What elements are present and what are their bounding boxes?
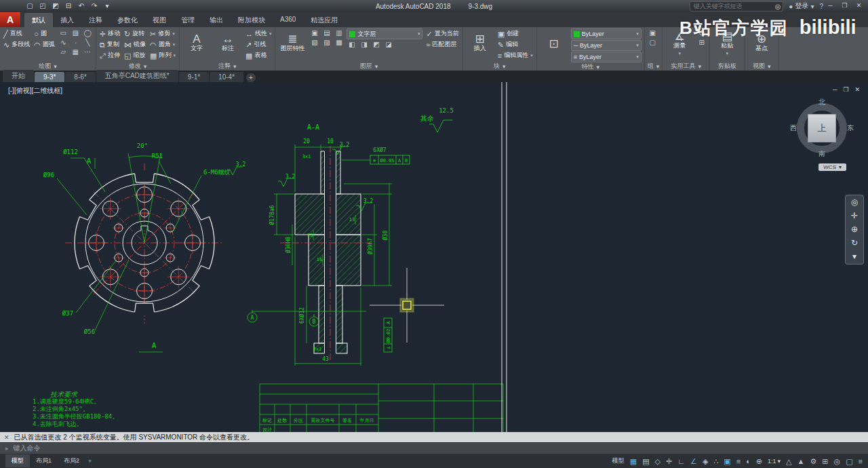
mirror-button[interactable]: ⋈镜像 [123,39,146,50]
annotation-visibility-icon[interactable]: △ [786,457,791,465]
region-tool-button[interactable]: ▦ [71,47,81,56]
leader-button[interactable]: ↗引线 [245,39,267,50]
undo-icon[interactable]: ↶ [76,1,87,11]
file-tab-9-3*[interactable]: 9-3* [35,72,64,82]
search-icon[interactable]: ◎ [775,3,781,10]
panel-title-块[interactable]: 块▾ [466,62,534,71]
save-icon[interactable]: ◩ [50,1,61,11]
new-layout-button[interactable]: + [88,458,92,465]
layer-walk-button[interactable]: ◨ [359,40,369,49]
scale-button[interactable]: ◱缩放 [123,50,146,60]
grid-icon[interactable]: ▦ [630,457,637,465]
construction-line-button[interactable]: ╲ [83,38,93,47]
layout-tab-布局2[interactable]: 布局2 [58,454,85,467]
ribbon-tab-注释[interactable]: 注释 [81,13,110,27]
customize-icon[interactable]: ≡ [859,457,863,465]
annotation-autoscale-icon[interactable]: ▲ [797,457,805,465]
stretch-button[interactable]: ⤢拉伸 [99,50,121,60]
base-point-button[interactable]: ⊕基点 [747,28,776,60]
clean-screen-icon[interactable]: ▢ [846,457,852,465]
ribbon-tab-附加模块[interactable]: 附加模块 [231,13,273,27]
viewcube-west[interactable]: 西 [790,123,797,133]
sign-in-button[interactable]: ● 登录 ▾ [789,1,814,11]
viewcube-east[interactable]: 东 [847,123,854,133]
dimension-button[interactable]: ↔标注 [214,28,242,60]
paste-button[interactable]: ▤粘贴▾ [713,28,741,60]
zoom-icon[interactable]: ⊕ [851,225,858,234]
application-menu-button[interactable]: A [0,12,20,27]
open-file-icon[interactable]: ◰ [37,1,48,11]
ribbon-tab-管理[interactable]: 管理 [174,13,202,27]
draw-more-button[interactable]: ⋯ [83,47,93,56]
file-tab-五角亭CAD建筑图纸*[interactable]: 五角亭CAD建筑图纸* [96,70,178,82]
navbar-more-icon[interactable]: ▾ [852,252,856,261]
infer-constraints-icon[interactable]: ◇ [655,457,660,465]
ungroup-button[interactable]: ▢ [648,38,658,47]
ribbon-tab-默认[interactable]: 默认 [24,13,53,27]
snap-mode-icon[interactable]: ▤ [642,457,649,465]
layer-on-button[interactable]: ▧ [309,38,319,47]
table-button[interactable]: ▦表格 [245,50,267,60]
command-line[interactable]: ▸ 键入命令 [0,442,868,454]
quick-calc-button[interactable]: ⊞ [696,38,707,47]
transparency-icon[interactable]: ◐ [746,457,751,465]
point-tool-button[interactable]: ∙ [71,38,81,47]
layout-tab-布局1[interactable]: 布局1 [30,454,58,467]
selection-cycling-icon[interactable]: ⊕ [756,457,762,465]
file-tab-10-4*[interactable]: 10-4* [210,72,243,82]
rectangle-tool-button[interactable]: ▭ [58,28,68,37]
layer-match-button[interactable]: ◩ [371,40,381,49]
edit-block-button[interactable]: ✎编辑 [497,39,519,50]
object-snap-tracking-icon[interactable]: ∴ [713,457,718,465]
wcs-dropdown[interactable]: WCS ▾ [818,163,846,171]
quick-select-button[interactable]: ⊙ [696,28,707,37]
viewport-controls[interactable]: [-][俯视][二维线框] [8,86,62,96]
file-tab-8-6*[interactable]: 8-6* [65,72,95,82]
restore-button[interactable]: ❐ [838,1,851,10]
hatch-tool-button[interactable]: ▨ [71,28,81,37]
layer-state-button[interactable]: ◧ [347,40,357,49]
circle-button[interactable]: ○圆 [33,28,47,39]
line-button[interactable]: ╱直线 [3,28,23,39]
panel-title-图层[interactable]: 图层▾ [278,62,459,71]
arc-button[interactable]: ◠圆弧 [33,39,56,50]
object-snap-icon[interactable]: ▣ [724,457,730,465]
pan-icon[interactable]: ✛ [851,212,858,220]
ribbon-tab-输出[interactable]: 输出 [202,13,231,27]
new-drawing-tab-button[interactable]: + [246,73,256,82]
search-input[interactable] [692,2,775,10]
viewcube-top-face[interactable]: 上 [808,114,836,142]
object-color-dropdown[interactable]: ByLayer▾ [571,28,642,39]
model-space-button[interactable]: 模型 [612,456,625,465]
ribbon-tab-A360[interactable]: A360 [273,13,303,27]
close-button[interactable]: ✕ [852,1,865,10]
ellipse-tool-button[interactable]: ◯ [83,28,93,37]
edit-attribute-button[interactable]: ≡编辑属性▾ [497,50,534,60]
ribbon-tab-插入[interactable]: 插入 [53,13,81,27]
move-button[interactable]: ✛移动 [99,28,121,39]
layer-unisolate-button[interactable]: ▨ [321,38,332,47]
layer-freeze-button[interactable]: ▥ [334,28,344,37]
annotation-scale-button[interactable]: 1:1▾ [768,458,781,465]
help-search-box[interactable]: ◎ [690,1,784,12]
layer-prev-button[interactable]: ◪ [383,40,393,49]
polyline-button[interactable]: ∿多段线 [3,39,31,50]
ribbon-tab-参数化[interactable]: 参数化 [110,13,145,27]
layer-off-button[interactable]: ▣ [309,28,319,37]
insert-block-button[interactable]: ⊞插入 [466,28,494,60]
panel-title-注释[interactable]: 注释▾ [182,62,273,71]
redo-icon[interactable]: ↷ [89,1,100,11]
help-icon[interactable]: ? [819,3,823,10]
make-current-button[interactable]: ✓置为当前 [425,28,459,39]
annotation-monitor-icon[interactable]: ⊞ [822,457,828,465]
panel-title-剪贴板[interactable]: 剪贴板 [713,62,741,71]
minimize-button[interactable]: ─ [824,1,837,10]
layer-isolate-button[interactable]: ▤ [321,28,332,37]
polygon-tool-button[interactable]: ▱ [58,47,68,56]
panel-title-组[interactable]: 组▾ [648,62,660,71]
layer-properties-button[interactable]: ≣图层特性 [278,28,307,60]
ribbon-tab-精选应用[interactable]: 精选应用 [303,13,345,27]
close-icon[interactable]: ✕ [4,434,9,441]
match-layer-button[interactable]: ≈匹配图层 [425,39,457,50]
rotate-button[interactable]: ↻旋转 [123,28,145,39]
